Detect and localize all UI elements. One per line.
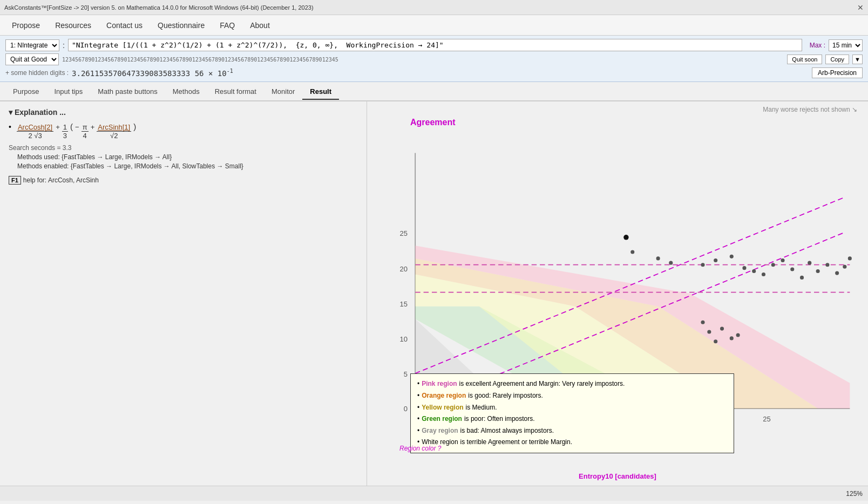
legend-orange-label: Orange region [422,390,466,402]
legend-green-label: Green region [422,413,462,425]
bullet-point: • [9,122,11,131]
region-color-label[interactable]: Region color ? [399,445,441,452]
result-main: 3.261153570647339083583333 [72,69,190,78]
input-area: 1: NIntegrate : Max : 15 min Quit at Goo… [0,36,868,82]
menu-item-resources[interactable]: Resources [48,18,99,33]
hidden-digits-label: + some hidden digits : [5,69,69,77]
onethird-frac: 1 3 [62,123,68,140]
copy-button[interactable]: Copy [825,55,849,64]
input-row2: Quit at Good 123456789012345678901234567… [5,53,863,65]
collapse-triangle: ▾ [9,108,15,117]
plus2: + [91,123,95,131]
bottom-bar: 125% [0,486,868,501]
copy-dropdown-button[interactable]: ▼ [852,55,863,64]
colon-separator: : [63,41,65,50]
input-row1: 1: NIntegrate : Max : 15 min [5,39,863,51]
close-button[interactable]: ✕ [857,3,864,12]
plus1: + [56,123,60,131]
result-extra: 56 × 10-1 [195,69,233,78]
svg-point-26 [669,261,673,265]
bullet-gray: • [417,425,419,437]
many-worse-label: Many worse rejects not shown ↘ [763,106,857,113]
legend-green-item: • Green region is poor: Often impostors. [417,413,727,425]
tabs-bar: Purpose Input tips Math paste buttons Me… [0,82,868,101]
svg-point-29 [730,255,734,258]
svg-point-27 [701,263,704,267]
search-seconds: Search seconds = 3.3 [9,144,358,152]
menu-item-questionnaire[interactable]: Questionnaire [150,18,212,33]
svg-point-47 [730,336,734,340]
menu-item-faq[interactable]: FAQ [212,18,242,33]
tab-result[interactable]: Result [302,84,339,100]
legend-white-item: • White region is terrible Agreement or … [417,437,727,448]
svg-point-34 [781,258,784,262]
arccosh-link[interactable]: ArcCosh[2] [18,123,52,131]
tab-input-tips[interactable]: Input tips [46,84,90,100]
f1-badge: F1 [9,176,21,185]
arcsinh-link[interactable]: ArcSinh[1] [98,123,130,131]
svg-point-31 [752,269,756,273]
bullet-pink: • [417,378,419,390]
explanation-header[interactable]: ▾ Explanation ... [9,108,358,117]
svg-point-30 [742,266,746,270]
menu-bar: Propose Resources Contact us Questionnai… [0,15,868,36]
bullet-yellow: • [417,402,419,414]
legend-yellow-desc: is Medium. [466,402,497,414]
max-dropdown[interactable]: 15 min [829,39,863,51]
agreement-label: Agreement [410,118,456,127]
digits-ruler: 1234567890123456789012345678901234567890… [62,57,784,63]
svg-point-23 [623,235,628,240]
svg-point-46 [720,327,724,331]
menu-item-contact[interactable]: Contact us [99,18,150,33]
svg-point-25 [656,256,660,260]
svg-point-28 [714,258,717,262]
formula-input[interactable] [68,39,802,51]
legend-gray-desc: is bad: Almost always impostors. [460,425,554,437]
arb-precision-button[interactable]: Arb-Precision [812,67,863,78]
bullet-orange: • [417,390,419,402]
svg-point-35 [790,267,794,271]
right-panel: Many worse rejects not shown ↘ Agreement… [367,101,868,486]
menu-item-propose[interactable]: Propose [4,18,48,33]
svg-text:5: 5 [404,370,408,378]
arccosh-frac: ArcCosh[2] 2 √3 [17,123,53,140]
quit-soon-button[interactable]: Quit soon [787,55,822,64]
svg-point-24 [630,250,634,254]
legend-white-desc: is terrible Agreement or terrible Margin… [460,437,572,448]
max-label: Max : [810,42,825,49]
legend-green-desc: is poor: Often impostors. [464,413,535,425]
svg-point-44 [707,330,711,333]
zoom-level: 125% [846,490,863,498]
legend-yellow-label: Yellow region [422,402,463,414]
legend-gray-label: Gray region [422,425,458,437]
tab-purpose[interactable]: Purpose [5,84,46,100]
left-panel: ▾ Explanation ... • ArcCosh[2] 2 √3 + 1 … [0,101,367,486]
svg-point-48 [736,333,740,337]
open-paren: ( [70,122,73,131]
methods-used: Methods used: {FastTables → Large, IRMod… [17,153,358,161]
svg-text:15: 15 [400,300,408,308]
svg-point-42 [848,256,852,260]
main-content: ▾ Explanation ... • ArcCosh[2] 2 √3 + 1 … [0,101,868,486]
svg-point-45 [714,339,717,343]
legend-gray-item: • Gray region is bad: Almost always impo… [417,425,727,437]
bullet-green: • [417,413,419,425]
svg-text:10: 10 [400,335,408,343]
svg-point-36 [800,276,804,280]
svg-point-32 [762,273,765,276]
tab-result-format[interactable]: Result format [207,84,264,100]
integrate-dropdown[interactable]: 1: NIntegrate [5,39,59,51]
svg-text:25: 25 [400,229,408,237]
legend-yellow-item: • Yellow region is Medium. [417,402,727,414]
tab-math-paste[interactable]: Math paste buttons [90,84,165,100]
svg-point-40 [835,271,839,275]
legend-pink-desc: is excellent Agreement and Margin: Very … [459,378,625,390]
tab-monitor[interactable]: Monitor [264,84,302,100]
tab-methods[interactable]: Methods [165,84,207,100]
quit-dropdown[interactable]: Quit at Good [5,53,59,65]
menu-item-about[interactable]: About [242,18,277,33]
svg-text:20: 20 [400,265,408,273]
svg-point-38 [816,269,820,273]
svg-point-39 [825,263,829,267]
legend-orange-desc: is good: Rarely impostors. [468,390,543,402]
